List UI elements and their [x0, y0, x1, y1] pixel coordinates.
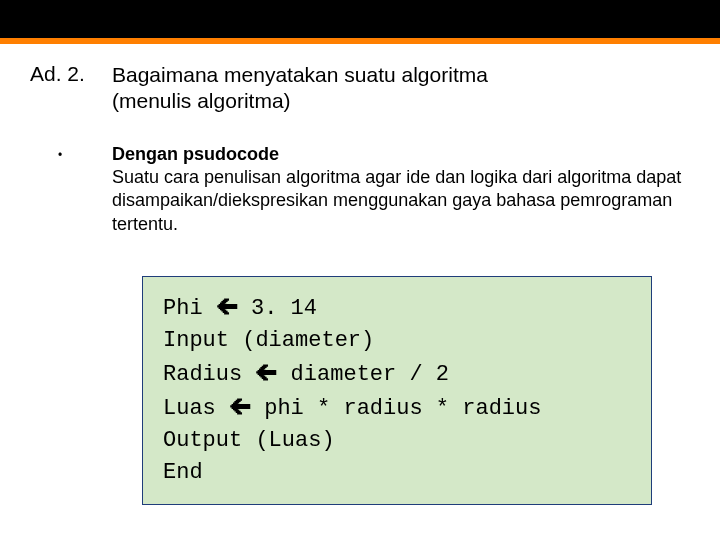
heading-prefix: Ad. 2. [30, 62, 112, 86]
code-line-5: Output (Luas) [163, 425, 631, 457]
bullet-desc: Suatu cara penulisan algoritma agar ide … [112, 167, 681, 234]
code-line-4: Luas 🡨 phi * radius * radius [163, 391, 631, 425]
pseudocode-box: Phi 🡨 3. 14 Input (diameter) Radius 🡨 di… [142, 276, 652, 505]
code-line-1: Phi 🡨 3. 14 [163, 291, 631, 325]
bullet-title: Dengan psudocode [112, 144, 279, 164]
header-bar [0, 0, 720, 44]
slide-content: Ad. 2. Bagaimana menyatakan suatu algori… [0, 44, 720, 505]
heading-line1: Bagaimana menyatakan suatu algoritma [112, 63, 488, 86]
arrow-icon: 🡨 [255, 360, 277, 385]
code-line-3: Radius 🡨 diameter / 2 [163, 357, 631, 391]
heading-line2: (menulis algoritma) [112, 89, 291, 112]
arrow-icon: 🡨 [216, 294, 238, 319]
bullet-body: Dengan psudocode Suatu cara penulisan al… [112, 143, 690, 237]
arrow-icon: 🡨 [229, 394, 251, 419]
bullet-row: • Dengan psudocode Suatu cara penulisan … [58, 143, 690, 237]
code-line-6: End [163, 457, 631, 489]
code-line-2: Input (diameter) [163, 325, 631, 357]
bullet-marker: • [58, 143, 112, 167]
heading-block: Ad. 2. Bagaimana menyatakan suatu algori… [30, 62, 690, 115]
heading-text: Bagaimana menyatakan suatu algoritma (me… [112, 62, 488, 115]
